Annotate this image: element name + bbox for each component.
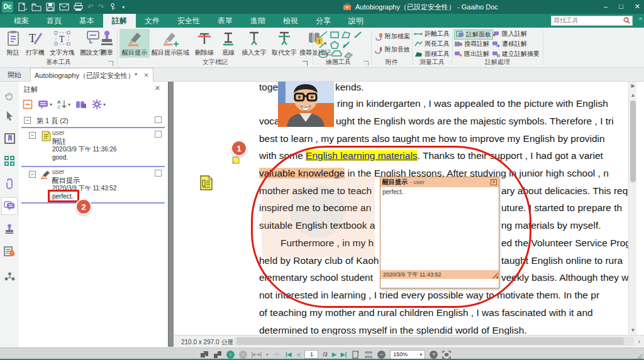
comment-summary-tool[interactable]: 建立註解摘要 bbox=[492, 50, 540, 58]
menu-home[interactable]: 首頁 bbox=[38, 14, 70, 28]
new-document-icon[interactable] bbox=[18, 3, 27, 11]
note-tool[interactable]: 附註 bbox=[4, 29, 23, 57]
pane-collapse-arrow-icon[interactable]: ▶ bbox=[629, 82, 636, 90]
next-view-button[interactable]: › bbox=[239, 351, 247, 359]
basic-tools-dialog-launcher-icon[interactable] bbox=[108, 61, 113, 66]
highlight-note-tag-icon[interactable] bbox=[232, 156, 240, 164]
select-tool[interactable] bbox=[1, 107, 18, 124]
security-panel-button[interactable] bbox=[1, 243, 18, 260]
horizontal-scrollbar[interactable] bbox=[234, 337, 634, 346]
page-number-input[interactable]: 1 bbox=[304, 350, 318, 359]
previous-view-button[interactable]: ‹ bbox=[226, 351, 235, 359]
search-tools-input[interactable]: 尋找工具 bbox=[551, 16, 633, 26]
touch-mode-icon[interactable] bbox=[109, 3, 118, 11]
insert-text-tool[interactable]: 插入文字 bbox=[240, 29, 269, 57]
comment-panel-tool[interactable]: 註解面板 bbox=[454, 30, 493, 40]
page-group-header[interactable]: 第 1 頁 (2) bbox=[36, 116, 69, 126]
underline-tool[interactable]: 底線 bbox=[218, 29, 238, 57]
close-button[interactable]: ✕ bbox=[635, 0, 640, 13]
vertical-scrollbar[interactable]: ▶ ▲ ▼ bbox=[628, 82, 636, 335]
menu-help[interactable]: 說明 bbox=[340, 14, 372, 28]
popup-close-icon[interactable]: ✕ bbox=[491, 179, 497, 185]
continuous-view-icon[interactable] bbox=[364, 351, 373, 359]
comment-settings-button[interactable]: ▾ bbox=[92, 99, 106, 109]
comment1-expander[interactable]: − bbox=[29, 132, 36, 139]
text-markup-dialog-launcher-icon[interactable] bbox=[303, 61, 308, 66]
fullscreen-icon[interactable] bbox=[442, 351, 451, 359]
attach-sound-tool[interactable]: 附加音效 bbox=[374, 45, 410, 54]
redo-icon[interactable]: ↷ bbox=[98, 3, 104, 11]
page-note-icon[interactable] bbox=[199, 175, 213, 191]
qat-more-icon[interactable]: ▾ bbox=[122, 4, 125, 10]
fit-page-icon[interactable] bbox=[273, 351, 281, 358]
print-icon[interactable] bbox=[74, 3, 83, 11]
attachments-panel-button[interactable] bbox=[1, 175, 18, 192]
single-page-view-icon[interactable] bbox=[351, 351, 360, 359]
search-comments-tool[interactable]: 搜尋註解 bbox=[454, 40, 489, 48]
fit-options-caret-icon[interactable]: ▾ bbox=[266, 352, 269, 357]
collapse-all-icon[interactable] bbox=[23, 99, 33, 109]
typewriter-tool[interactable]: T 打字機 bbox=[24, 29, 47, 57]
highlight-popup-note[interactable]: 醒目提示 - user ✕ perfect. 2020/3/9 下午 11:43… bbox=[380, 177, 499, 288]
menu-view[interactable]: 檢視 bbox=[274, 14, 307, 28]
highlight-area-tool[interactable]: 醒目提示區域 bbox=[151, 29, 190, 58]
tab-start[interactable]: 開始 bbox=[0, 68, 29, 82]
perimeter-tool[interactable]: 周長工具 bbox=[414, 40, 450, 48]
horizontal-scroll-thumb[interactable] bbox=[236, 337, 624, 345]
area-tool[interactable]: 面積工具 bbox=[414, 50, 450, 58]
attach-file-tool[interactable]: 附加檔案 bbox=[374, 32, 410, 41]
menu-share[interactable]: 分享 bbox=[307, 14, 340, 28]
strikethrough-tool[interactable]: 刪除線 bbox=[192, 29, 217, 57]
app-logo-icon[interactable]: Dc bbox=[2, 1, 13, 13]
share-panel-button[interactable] bbox=[1, 268, 18, 285]
zoom-out-button[interactable]: – bbox=[377, 351, 386, 359]
email-icon[interactable] bbox=[59, 3, 69, 11]
scroll-up-icon[interactable]: ▲ bbox=[629, 91, 636, 100]
import-comments-tool[interactable]: 匯入註解 bbox=[492, 30, 527, 38]
first-page-button[interactable]: |◀ bbox=[286, 351, 291, 357]
split-view-icon[interactable] bbox=[213, 351, 222, 359]
migrate-comments-tool[interactable]: 遷移註解 bbox=[492, 40, 527, 48]
stamp-tool[interactable]: 圖章 bbox=[97, 29, 116, 57]
comment2-expander[interactable]: − bbox=[29, 171, 36, 178]
thumbnails-panel-button[interactable] bbox=[1, 152, 18, 170]
maximize-button[interactable]: □ bbox=[619, 0, 623, 13]
comment2-checkbox[interactable] bbox=[155, 170, 162, 177]
stamps-panel-button[interactable] bbox=[1, 220, 18, 237]
menu-basic[interactable]: 基本 bbox=[70, 14, 103, 28]
previous-page-button[interactable]: ◀ bbox=[296, 351, 300, 357]
comments-panel-close-icon[interactable]: ✕ bbox=[155, 84, 160, 92]
hand-pan-tool[interactable] bbox=[1, 87, 18, 104]
menu-security[interactable]: 安全性 bbox=[169, 14, 209, 28]
bookmarks-panel-button[interactable] bbox=[1, 129, 18, 147]
vertical-scroll-thumb[interactable] bbox=[630, 101, 636, 182]
comments-panel-button[interactable] bbox=[1, 197, 18, 215]
fit-width-icon[interactable] bbox=[252, 351, 262, 358]
popup-resize-grip[interactable] bbox=[492, 273, 498, 278]
distance-tool[interactable]: 距離工具 bbox=[414, 30, 450, 38]
menu-file[interactable]: 檔案 bbox=[5, 14, 38, 28]
tab-close-icon[interactable]: ✕ bbox=[144, 69, 149, 82]
zoom-in-button[interactable]: + bbox=[430, 351, 438, 359]
page-group-checkbox[interactable] bbox=[155, 116, 162, 123]
add-comment-button[interactable]: ▾ bbox=[38, 100, 52, 109]
popup-header[interactable]: 醒目提示 - user ✕ bbox=[380, 177, 499, 187]
pan-pages-icon[interactable] bbox=[200, 351, 209, 359]
zoom-level-select[interactable]: 150% ▾ bbox=[390, 350, 425, 359]
document-page[interactable]: togekends.ring in kindergarten , I was a… bbox=[174, 82, 636, 335]
comment1-checkbox[interactable] bbox=[155, 131, 162, 138]
save-icon[interactable] bbox=[46, 3, 55, 11]
page-group-expander[interactable]: − bbox=[24, 117, 31, 124]
search-icon[interactable] bbox=[623, 15, 630, 26]
collapse-ribbon-icon[interactable]: ^ bbox=[639, 17, 642, 24]
textbox-tool[interactable]: T 文字方塊 bbox=[48, 29, 77, 57]
highlight-tool[interactable]: 醒目提示 bbox=[119, 29, 150, 58]
next-page-button[interactable]: ▶ bbox=[332, 351, 336, 357]
replace-text-tool[interactable]: 取代文字 bbox=[270, 29, 299, 57]
minimize-button[interactable]: – bbox=[604, 0, 608, 13]
sort-comments-button[interactable]: AZ ▾ bbox=[57, 99, 70, 109]
drawing-tools-dialog-launcher-icon[interactable] bbox=[364, 61, 369, 66]
popup-body[interactable]: perfect. bbox=[380, 187, 499, 270]
menu-advanced[interactable]: 進階 bbox=[242, 14, 274, 28]
tab-document[interactable]: Autobiography（已設定安全性）* ✕ bbox=[30, 68, 153, 82]
